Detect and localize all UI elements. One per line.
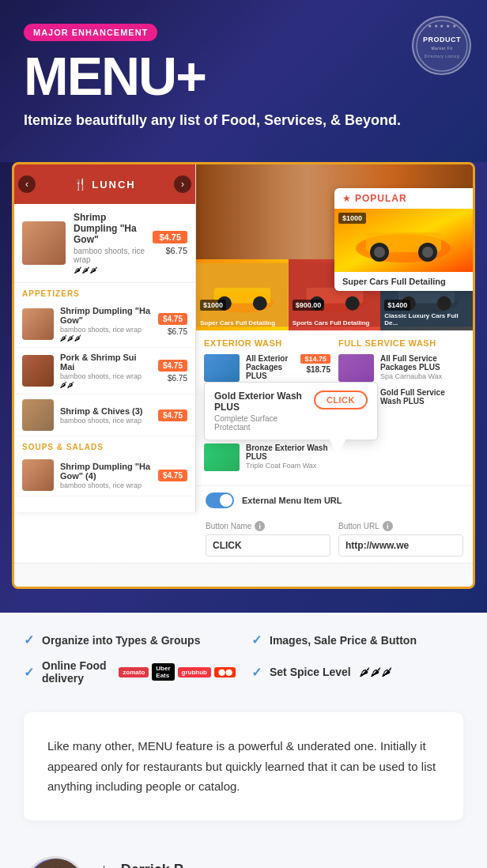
button-url-group: Button URL i [338, 521, 463, 557]
wash-item-name: Gold Full Service Wash PLUS [380, 388, 465, 406]
prev-arrow[interactable]: ‹ [18, 175, 36, 193]
svg-point-16 [253, 296, 267, 311]
reviewer-by: by Derrick P. [103, 862, 463, 868]
menu-item: Shrimp Dumpling "Ha Gow" bamboo shoots, … [14, 301, 195, 348]
featured-spice: 🌶🌶🌶 [74, 266, 145, 274]
popular-card: ★ POPULAR [334, 188, 473, 291]
menu-item-sub: bamboo shoots, rice wrap [60, 481, 152, 489]
food-menu-panel: 🍴 LUNCH ‹ › Shrimp Dumpling "Ha Gow" bam… [14, 164, 196, 512]
zomato-badge: zomato [119, 667, 149, 677]
menu-item-name: Shrimp & Chives (3) [60, 406, 152, 416]
feature-item-1: ✓ Organize into Types & Groups [24, 632, 236, 647]
auto-services-panel: AUTO ★ POPULAR [196, 164, 473, 563]
demo-inner: 🍴 LUNCH ‹ › Shrimp Dumpling "Ha Gow" bam… [14, 164, 473, 563]
svg-text:Market Fit: Market Fit [431, 46, 452, 51]
testimonial-section: Like many other, MENU feature is a power… [0, 704, 487, 840]
check-icon-1: ✓ [24, 632, 34, 647]
car-thumb-name-3: Classic Luxury Cars Full De... [384, 312, 469, 326]
menu-item-image [22, 459, 54, 491]
featured-sale-price: $4.75 [153, 231, 187, 243]
header-section: MAJOR ENHANCEMENT ★ ★ ★ ★ ★ Directory Li… [0, 0, 487, 162]
menu-item-spice: 🌶🌶 [60, 381, 152, 389]
wash-item-price: $14.75 $18.75 [300, 354, 330, 374]
wash-item: Bronze Exterior Wash PLUS Triple Coat Fo… [204, 443, 330, 471]
popular-header: ★ POPULAR [334, 188, 473, 209]
spice-emojis: 🌶🌶🌶 [359, 666, 392, 678]
button-url-input[interactable] [338, 534, 463, 557]
feature-text-1: Organize into Types & Groups [42, 634, 200, 647]
wash-item-image [204, 443, 240, 471]
info-icon: i [255, 521, 265, 531]
feature-text-2: Images, Sale Price & Button [270, 634, 417, 647]
popular-car-price: $1000 [338, 213, 366, 224]
popular-car-name: Super Cars Full Detailing [334, 272, 473, 291]
wash-item-sub: Spa Carnauba Wax [380, 372, 465, 380]
page-subtitle: Itemize beautifully any list of Food, Se… [24, 111, 463, 130]
click-button[interactable]: CLICK [314, 391, 368, 409]
wash-item-sub: Triple Coat Foam Wax [246, 462, 330, 470]
menu-item-price: $4.75 $6.75 [158, 313, 187, 336]
button-name-group: Button Name i [206, 521, 330, 557]
reviewer-info: by Derrick P. Founder & Entrepreneur ★★★… [103, 862, 463, 868]
svg-point-26 [437, 296, 451, 311]
demo-dots [14, 563, 473, 587]
external-menu-bar: External Menu Item URL [196, 485, 473, 515]
popular-star-icon: ★ [342, 193, 351, 204]
menu-item-image [22, 355, 54, 387]
soups-label: SOUPS & SALADS [14, 436, 195, 455]
feature-text-4: Set Spice Level [270, 666, 351, 678]
menu-item-name: Shrimp Dumpling "Ha Gow" (4) [60, 462, 152, 481]
feature-item-4: ✓ Set Spice Level 🌶🌶🌶 [251, 659, 463, 685]
button-name-label: Button Name i [206, 521, 330, 531]
featured-item: Shrimp Dumpling "Ha Gow" bamboo shoots, … [14, 204, 195, 283]
menu-item-price: $4.75 $6.75 [158, 360, 187, 383]
food-tab-label[interactable]: LUNCH [92, 179, 136, 191]
menu-item-name: Shrimp Dumpling "Ha Gow" [60, 306, 152, 325]
feature-text-3: Online Food delivery [42, 659, 107, 685]
check-icon-4: ✓ [251, 665, 262, 680]
major-badge: MAJOR ENHANCEMENT [24, 24, 157, 41]
wash-item-name: All Full Service Packages PLUS [380, 354, 465, 372]
full-service-title: FULL SERVICE WASH [338, 338, 465, 348]
demo-section: 🍴 LUNCH ‹ › Shrimp Dumpling "Ha Gow" bam… [0, 162, 487, 613]
grubhub-badge: grubhub [178, 667, 211, 677]
button-name-input[interactable] [206, 534, 330, 557]
demo-container: 🍴 LUNCH ‹ › Shrimp Dumpling "Ha Gow" bam… [12, 162, 475, 589]
menu-item-spice: 🌶🌶🌶 [60, 334, 152, 342]
feature-item-3: ✓ Online Food delivery zomato UberEats g… [24, 659, 236, 685]
svg-text:PRODUCT: PRODUCT [423, 36, 461, 43]
gold-wash-highlight: Gold Exterior Wash PLUS Complete Surface… [204, 382, 378, 440]
svg-text:Directory Listing: Directory Listing [424, 54, 459, 58]
menu-item: Shrimp Dumpling "Ha Gow" (4) bamboo shoo… [14, 455, 195, 496]
features-section: ✓ Organize into Types & Groups ✓ Images,… [0, 613, 487, 704]
featured-item-image [22, 221, 66, 265]
car-thumb-name-2: Sports Cars Full Detailing [293, 319, 377, 326]
featured-item-name: Shrimp Dumpling "Ha Gow" [74, 212, 145, 245]
wash-item: All Full Service Packages PLUS Spa Carna… [338, 354, 465, 382]
uber-badge: UberEats [152, 663, 174, 681]
food-menu-header: 🍴 LUNCH ‹ › [14, 164, 195, 204]
exterior-wash-title: EXTERIOR WASH [204, 338, 330, 348]
testimonial-text: Like many other, MENU feature is a power… [47, 736, 440, 797]
menu-item: Shrimp & Chives (3) bamboo shoots, rice … [14, 394, 195, 436]
product-badge: ★ ★ ★ ★ ★ Directory Listing PRODUCT Mark… [412, 16, 471, 75]
featured-item-info: Shrimp Dumpling "Ha Gow" bamboo shoots, … [74, 212, 145, 274]
button-fields: Button Name i Button URL i [196, 515, 473, 563]
wash-item-name: Bronze Exterior Wash PLUS [246, 443, 330, 461]
features-grid: ✓ Organize into Types & Groups ✓ Images,… [24, 632, 463, 685]
menu-item-name: Pork & Shrimp Sui Mai [60, 353, 152, 372]
menu-item-sub: bamboo shoots, rice wrap [60, 372, 152, 380]
menu-item-sub: bamboo shoots, rice wrap [60, 417, 152, 425]
next-arrow[interactable]: › [174, 175, 191, 193]
external-menu-toggle[interactable] [206, 492, 234, 508]
check-icon-2: ✓ [251, 632, 262, 647]
menu-item: Pork & Shrimp Sui Mai bamboo shoots, ric… [14, 348, 195, 394]
feature-item-2: ✓ Images, Sale Price & Button [251, 632, 463, 647]
featured-price: $4.75 $6.75 [153, 231, 187, 255]
info-icon-2: i [383, 521, 393, 531]
car-thumb-1[interactable]: $1000 Super Cars Full Detailing [196, 259, 289, 330]
page-title: MENU+ [24, 49, 463, 103]
svg-point-21 [345, 296, 359, 311]
wash-item-name: All Exterior Packages PLUS [246, 354, 294, 380]
fork-icon: 🍴 [74, 178, 87, 191]
